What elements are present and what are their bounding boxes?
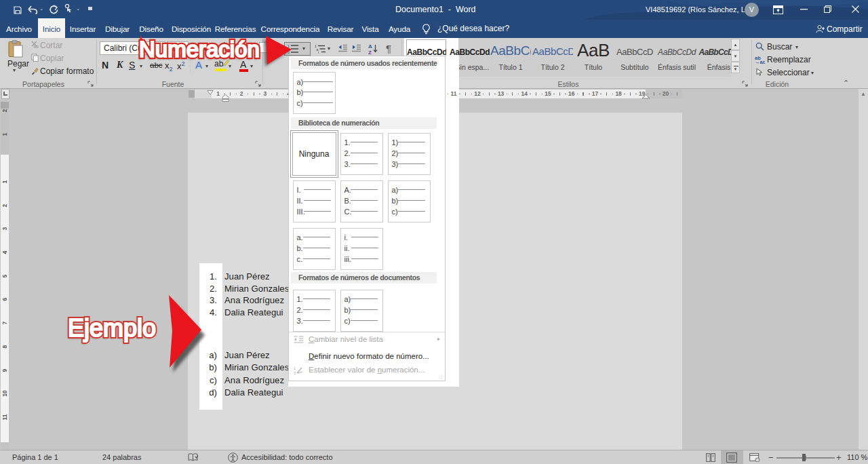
svg-text:i: i xyxy=(318,50,319,54)
svg-text:→ac: →ac xyxy=(755,59,765,64)
svg-text:Z: Z xyxy=(368,50,372,55)
svg-text:1: 1 xyxy=(294,366,296,370)
svg-text:3: 3 xyxy=(294,371,296,375)
